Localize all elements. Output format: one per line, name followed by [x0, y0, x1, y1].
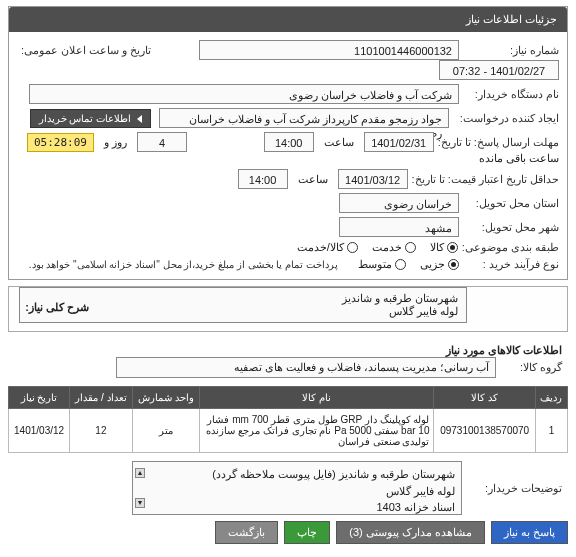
need-details-panel: جزئیات اطلاعات نیاز شماره نیاز: 11010014… — [8, 6, 568, 280]
cell-qty: 12 — [70, 409, 132, 453]
radio-off-icon — [395, 259, 406, 270]
th-name: نام کالا — [199, 387, 434, 409]
row-need-no: شماره نیاز: 1101001446000132 تاریخ و ساع… — [17, 40, 559, 80]
attachments-button[interactable]: مشاهده مدارک پیوستی (3) — [336, 521, 485, 544]
proc-opt-medium[interactable]: متوسط — [358, 258, 406, 271]
buyer-desc-line-1: شهرستان طرقبه و شاندیز (فایل پیوست ملاحظ… — [139, 466, 455, 483]
th-code: کد کالا — [434, 387, 535, 409]
table-row: 1 0973100138570070 لوله کوپلینگ دار GRP … — [9, 409, 568, 453]
budget-opt-both[interactable]: کالا/خدمت — [297, 241, 358, 254]
budget-opt-service-label: خدمت — [372, 241, 402, 254]
validity-label: حداقل تاریخ اعتبار قیمت: تا تاریخ: — [408, 173, 559, 186]
proc-radio-group: جزیی متوسط — [358, 258, 459, 271]
row-budget: طبقه بندی موضوعی: کالا خدمت کالا/خدمت — [17, 241, 559, 254]
row-province: استان محل تحویل: خراسان رضوی — [17, 193, 559, 213]
countdown-timer: 05:28:09 — [27, 133, 94, 152]
summary-panel: شرح کلی نیاز: شهرستان طرقبه و شاندیز لول… — [8, 286, 568, 332]
respond-button[interactable]: پاسخ به نیاز — [491, 521, 568, 544]
row-buyer: نام دستگاه خریدار: شرکت آب و فاضلاب خراس… — [17, 84, 559, 104]
rooz-label: روز و — [104, 136, 127, 149]
back-button[interactable]: بازگشت — [215, 521, 278, 544]
row-deadline: مهلت ارسال پاسخ: تا تاریخ: 1401/02/31 سا… — [17, 132, 559, 165]
cell-code: 0973100138570070 — [434, 409, 535, 453]
city-field: مشهد — [339, 217, 459, 237]
city-label: شهر محل تحویل: — [459, 221, 559, 234]
saat-label-2: ساعت — [298, 173, 328, 186]
province-label: استان محل تحویل: — [459, 197, 559, 210]
budget-opt-both-label: کالا/خدمت — [297, 241, 344, 254]
print-button[interactable]: چاپ — [284, 521, 330, 544]
table-header-row: ردیف کد کالا نام کالا واحد شمارش تعداد /… — [9, 387, 568, 409]
row-creator: ایجاد کننده درخواست: جواد رزمجو مقدم کار… — [17, 108, 559, 128]
th-date: تاریخ نیاز — [9, 387, 70, 409]
panel-body: شماره نیاز: 1101001446000132 تاریخ و ساع… — [9, 32, 567, 279]
day-count-field: 4 — [137, 132, 187, 152]
row-buyer-desc: توضیحات خریدار: شهرستان طرقبه و شاندیز (… — [14, 461, 562, 515]
panel-title: جزئیات اطلاعات نیاز — [9, 7, 567, 32]
buyer-desc-line-2: لوله فایبر گلاس — [139, 483, 455, 500]
scroll-up-icon[interactable]: ▴ — [135, 468, 145, 478]
deadline-time-field: 14:00 — [264, 132, 314, 152]
announce-label: تاریخ و ساعت اعلان عمومی: — [17, 44, 151, 57]
group-label: گروه کالا: — [502, 361, 562, 374]
cell-name: لوله کوپلینگ دار GRP طول متری قطر mm 700… — [199, 409, 434, 453]
budget-opt-goods[interactable]: کالا — [430, 241, 458, 254]
buyer-desc-label: توضیحات خریدار: — [462, 482, 562, 495]
deadline-label: مهلت ارسال پاسخ: تا تاریخ: — [434, 136, 559, 149]
cell-idx: 1 — [535, 409, 567, 453]
contact-buyer-label: اطلاعات تماس خریدار — [39, 113, 132, 124]
cell-date: 1401/03/12 — [9, 409, 70, 453]
th-unit: واحد شمارش — [132, 387, 199, 409]
items-table: ردیف کد کالا نام کالا واحد شمارش تعداد /… — [8, 386, 568, 453]
proc-opt-minor-label: جزیی — [420, 258, 445, 271]
contact-buyer-button[interactable]: اطلاعات تماس خریدار — [30, 109, 151, 128]
budget-opt-service[interactable]: خدمت — [372, 241, 416, 254]
validity-date-field: 1401/03/12 — [338, 169, 408, 189]
buyer-label: نام دستگاه خریدار: — [459, 88, 559, 101]
need-no-label: شماره نیاز: — [459, 44, 559, 57]
buyer-desc-box[interactable]: شهرستان طرقبه و شاندیز (فایل پیوست ملاحظ… — [132, 461, 462, 515]
proc-opt-minor[interactable]: جزیی — [420, 258, 459, 271]
remain-label: ساعت باقی مانده — [479, 152, 559, 165]
announce-field: 1401/02/27 - 07:32 — [439, 60, 559, 80]
group-field: آب رسانی؛ مدیریت پسماند، فاضلاب و فعالیت… — [116, 357, 496, 378]
creator-field: جواد رزمجو مقدم کارپرداز شرکت آب و فاضلا… — [159, 108, 449, 128]
row-group: گروه کالا: آب رسانی؛ مدیریت پسماند، فاضل… — [14, 357, 562, 378]
row-procurement: نوع فرآیند خرید : جزیی متوسط پرداخت تمام… — [17, 258, 559, 271]
arrow-left-icon — [137, 115, 142, 123]
row-city: شهر محل تحویل: مشهد — [17, 217, 559, 237]
proc-label: نوع فرآیند خرید : — [459, 258, 559, 271]
radio-off-icon — [347, 242, 358, 253]
radio-off-icon — [405, 242, 416, 253]
validity-time-field: 14:00 — [238, 169, 288, 189]
need-no-field: 1101001446000132 — [199, 40, 459, 60]
deadline-date-field: 1401/02/31 — [364, 132, 434, 152]
scroll-down-icon[interactable]: ▾ — [135, 498, 145, 508]
buyer-desc-line-3: اسناد خزانه 1403 — [139, 499, 455, 515]
cell-unit: متر — [132, 409, 199, 453]
buyer-field: شرکت آب و فاضلاب خراسان رضوی — [29, 84, 459, 104]
summary-title: شرح کلی نیاز: — [9, 287, 89, 314]
proc-note: پرداخت تمام یا بخشی از مبلغ خرید،از محل … — [29, 259, 338, 270]
radio-on-icon — [448, 259, 459, 270]
budget-label: طبقه بندی موضوعی: — [458, 241, 559, 254]
th-idx: ردیف — [535, 387, 567, 409]
th-qty: تعداد / مقدار — [70, 387, 132, 409]
row-validity: حداقل تاریخ اعتبار قیمت: تا تاریخ: 1401/… — [17, 169, 559, 189]
saat-label-1: ساعت — [324, 136, 354, 149]
proc-opt-medium-label: متوسط — [358, 258, 392, 271]
items-section-title: اطلاعات کالاهای مورد نیاز — [0, 338, 576, 357]
budget-opt-goods-label: کالا — [430, 241, 444, 254]
budget-radio-group: کالا خدمت کالا/خدمت — [297, 241, 458, 254]
radio-on-icon — [447, 242, 458, 253]
creator-label: ایجاد کننده درخواست: — [449, 112, 559, 125]
province-field: خراسان رضوی — [339, 193, 459, 213]
button-row: پاسخ به نیاز مشاهده مدارک پیوستی (3) چاپ… — [8, 521, 568, 544]
